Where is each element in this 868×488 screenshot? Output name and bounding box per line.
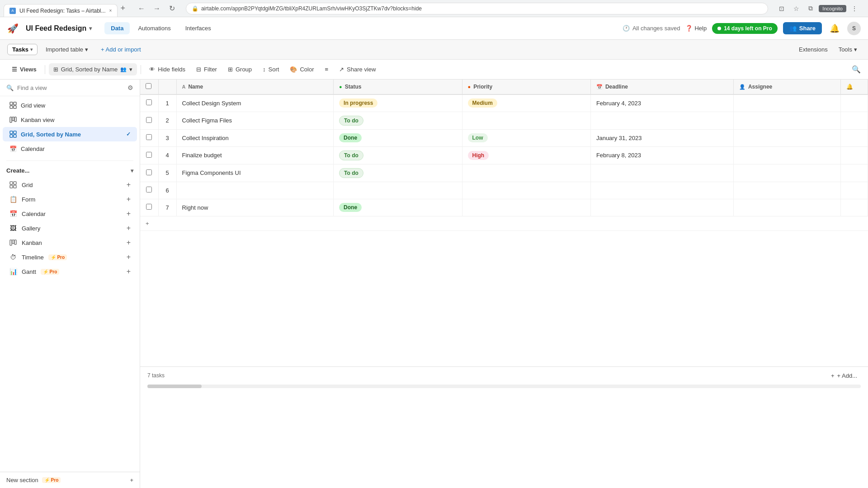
group-btn[interactable]: ⊞ Group: [223, 63, 256, 75]
row-priority-cell[interactable]: High: [462, 146, 590, 164]
row-checkbox[interactable]: [146, 117, 152, 123]
search-btn[interactable]: 🔍: [852, 65, 861, 74]
row-status-cell[interactable]: Done: [334, 199, 462, 216]
row-assignee-cell[interactable]: [733, 94, 840, 112]
create-gallery[interactable]: 🖼 Gallery +: [3, 221, 137, 235]
row-status-cell[interactable]: Done: [334, 129, 462, 146]
sidebar-item-kanban-view[interactable]: Kanban view: [3, 113, 137, 127]
cast-btn[interactable]: ⊡: [775, 2, 788, 15]
row-checkbox-cell[interactable]: [140, 199, 158, 216]
add-or-import-btn[interactable]: + Add or import: [96, 44, 146, 55]
row-deadline-cell[interactable]: January 31, 2023: [590, 129, 733, 146]
search-input[interactable]: [17, 84, 124, 91]
current-view-btn[interactable]: ⊞ Grid, Sorted by Name 👥 ▾: [49, 63, 137, 75]
row-priority-cell[interactable]: Low: [462, 129, 590, 146]
create-calendar[interactable]: 📅 Calendar +: [3, 206, 137, 221]
footer-add-btn[interactable]: + + Add...: [827, 371, 861, 381]
th-priority[interactable]: ● Priority: [462, 80, 590, 94]
row-checkbox[interactable]: [146, 152, 152, 158]
row-checkbox[interactable]: [146, 204, 152, 210]
sidebar-item-calendar-view[interactable]: 📅 Calendar: [3, 141, 137, 156]
row-deadline-cell[interactable]: [590, 199, 733, 216]
extensions-btn[interactable]: Extensions: [795, 44, 831, 55]
row-priority-cell[interactable]: [462, 199, 590, 216]
table-row[interactable]: 4Finalize budgetTo doHighFebruary 8, 202…: [140, 146, 868, 164]
bookmark-btn[interactable]: ☆: [790, 2, 802, 15]
row-checkbox[interactable]: [146, 134, 152, 140]
split-btn[interactable]: ⧉: [804, 2, 817, 15]
th-assignee[interactable]: 👤 Assignee: [733, 80, 840, 94]
pro-badge[interactable]: 14 days left on Pro: [712, 23, 778, 34]
row-deadline-cell[interactable]: February 4, 2023: [590, 94, 733, 112]
share-button[interactable]: 👥 Share: [783, 22, 822, 34]
hide-fields-btn[interactable]: 👁 Hide fields: [145, 63, 190, 75]
create-timeline[interactable]: ⏱ Timeline ⚡ Pro +: [3, 250, 137, 264]
row-checkbox-cell[interactable]: [140, 112, 158, 129]
sort-btn[interactable]: ↕ Sort: [258, 63, 283, 75]
tab-interfaces[interactable]: Interfaces: [179, 22, 217, 34]
row-status-cell[interactable]: To do: [334, 146, 462, 164]
select-all-checkbox[interactable]: [146, 83, 151, 89]
new-section-btn[interactable]: New section ⚡ Pro +: [0, 472, 140, 488]
create-section-header[interactable]: Create... ▾: [0, 164, 140, 176]
views-btn[interactable]: ☰ Views: [7, 63, 41, 75]
row-status-cell[interactable]: To do: [334, 112, 462, 129]
row-checkbox[interactable]: [146, 187, 152, 192]
filter-btn[interactable]: ⊟ Filter: [192, 63, 222, 75]
imported-table-btn[interactable]: Imported table ▾: [41, 44, 93, 55]
row-assignee-cell[interactable]: [733, 146, 840, 164]
sidebar-item-grid-view[interactable]: Grid view: [3, 98, 137, 113]
table-row[interactable]: 1Collect Design SystemIn progressMediumF…: [140, 94, 868, 112]
help-button[interactable]: ❓ Help: [685, 25, 707, 32]
row-checkbox-cell[interactable]: [140, 164, 158, 182]
row-deadline-cell[interactable]: [590, 182, 733, 199]
tab-data[interactable]: Data: [104, 22, 130, 34]
row-checkbox[interactable]: [146, 99, 152, 105]
row-assignee-cell[interactable]: [733, 164, 840, 182]
back-btn[interactable]: ←: [135, 2, 148, 15]
avatar[interactable]: S: [847, 22, 861, 35]
tab-close-btn[interactable]: ×: [109, 8, 112, 13]
add-row-btn[interactable]: +: [140, 216, 868, 231]
row-status-cell[interactable]: To do: [334, 164, 462, 182]
forward-btn[interactable]: →: [151, 2, 163, 15]
row-priority-cell[interactable]: Medium: [462, 94, 590, 112]
refresh-btn[interactable]: ↻: [166, 2, 179, 15]
notifications-button[interactable]: 🔔: [827, 21, 842, 36]
row-priority-cell[interactable]: [462, 164, 590, 182]
row-assignee-cell[interactable]: [733, 199, 840, 216]
menu-btn[interactable]: ⋮: [848, 2, 861, 15]
row-name-cell[interactable]: [176, 182, 334, 199]
summary-btn[interactable]: ≡: [321, 63, 333, 75]
row-name-cell[interactable]: Collect Design System: [176, 94, 334, 112]
row-deadline-cell[interactable]: February 8, 2023: [590, 146, 733, 164]
scrollbar-thumb[interactable]: [147, 385, 202, 388]
table-row[interactable]: 2Collect Figma FilesTo do: [140, 112, 868, 129]
row-priority-cell[interactable]: [462, 112, 590, 129]
row-checkbox-cell[interactable]: [140, 129, 158, 146]
row-checkbox-cell[interactable]: [140, 94, 158, 112]
create-grid[interactable]: Grid +: [3, 178, 137, 192]
th-name[interactable]: A Name: [176, 80, 334, 94]
new-tab-btn[interactable]: +: [118, 0, 128, 17]
th-deadline[interactable]: 📅 Deadline: [590, 80, 733, 94]
sidebar-item-grid-sorted[interactable]: Grid, Sorted by Name ✓: [3, 127, 137, 141]
address-bar[interactable]: 🔒 airtable.com/appnB2PYqtdgiMrZG/tbliXpR…: [186, 3, 768, 14]
th-bell[interactable]: 🔔: [841, 80, 868, 94]
create-kanban[interactable]: Kanban +: [3, 235, 137, 250]
row-deadline-cell[interactable]: [590, 112, 733, 129]
row-priority-cell[interactable]: [462, 182, 590, 199]
app-title-container[interactable]: UI Feed Redesign ▾: [26, 24, 92, 33]
row-deadline-cell[interactable]: [590, 164, 733, 182]
tasks-tab[interactable]: Tasks ▾: [7, 44, 38, 55]
active-tab[interactable]: A UI Feed Redesign: Tasks – Airtabl... ×: [4, 4, 118, 17]
table-row[interactable]: 6: [140, 182, 868, 199]
row-name-cell[interactable]: Right now: [176, 199, 334, 216]
row-checkbox-cell[interactable]: [140, 182, 158, 199]
color-btn[interactable]: 🎨 Color: [285, 63, 318, 75]
row-checkbox[interactable]: [146, 169, 152, 175]
table-row[interactable]: 3Collect InspirationDoneLowJanuary 31, 2…: [140, 129, 868, 146]
tools-btn[interactable]: Tools ▾: [835, 44, 861, 55]
row-name-cell[interactable]: Finalize budget: [176, 146, 334, 164]
row-name-cell[interactable]: Collect Figma Files: [176, 112, 334, 129]
